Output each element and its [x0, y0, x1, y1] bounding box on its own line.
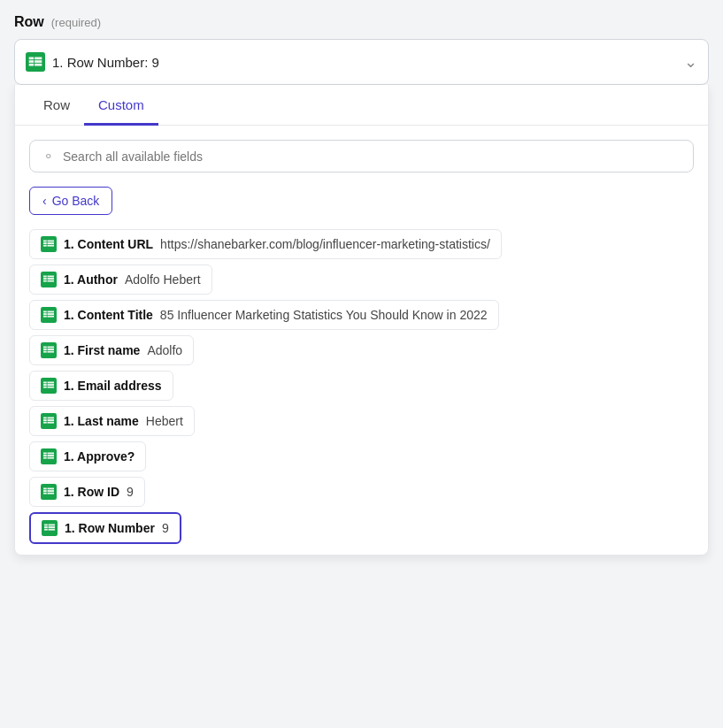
field-value: 85 Influencer Marketing Statistics You S… — [160, 308, 488, 322]
row-selector-left: 1. Row Number: 9 — [26, 52, 159, 72]
svg-rect-32 — [48, 347, 55, 349]
sheet-icon — [41, 272, 57, 287]
field-item-approve[interactable]: 1. Approve? — [29, 441, 146, 471]
svg-rect-39 — [48, 382, 55, 384]
svg-rect-20 — [48, 280, 55, 282]
svg-rect-25 — [48, 311, 55, 313]
sheet-icon — [41, 307, 57, 323]
svg-rect-52 — [43, 457, 47, 459]
svg-rect-58 — [43, 490, 47, 492]
fields-list: 1. Content URL https://shanebarker.com/b… — [15, 229, 708, 544]
row-selector[interactable]: 1. Row Number: 9 ⌄ — [14, 39, 709, 85]
field-label: 1. Last name — [64, 414, 139, 428]
svg-rect-46 — [48, 418, 55, 419]
svg-rect-66 — [44, 529, 48, 531]
field-item-content-url[interactable]: 1. Content URL https://shanebarker.com/b… — [29, 229, 502, 259]
go-back-button[interactable]: ‹ Go Back — [29, 187, 112, 215]
field-value: Adolfo Hebert — [125, 272, 201, 287]
svg-rect-5 — [35, 60, 42, 63]
field-value: 9 — [162, 521, 169, 535]
sheet-icon — [41, 342, 57, 358]
svg-rect-55 — [48, 457, 55, 459]
field-item-first-name[interactable]: 1. First name Adolfo — [29, 335, 194, 365]
svg-rect-33 — [48, 349, 55, 350]
svg-rect-30 — [43, 349, 47, 350]
svg-rect-67 — [49, 525, 56, 526]
svg-rect-24 — [43, 316, 47, 318]
field-label: 1. Author — [64, 272, 118, 287]
svg-rect-17 — [43, 280, 47, 282]
field-label: 1. Row Number — [65, 521, 155, 535]
svg-rect-3 — [29, 64, 35, 66]
svg-rect-1 — [29, 57, 35, 60]
svg-rect-12 — [48, 242, 55, 244]
field-value: 9 — [127, 485, 134, 499]
field-label: 1. First name — [64, 343, 140, 357]
field-label: 1. Approve? — [64, 449, 135, 464]
search-icon: ⚬ — [42, 148, 54, 165]
svg-rect-22 — [43, 311, 47, 313]
sheet-icon — [41, 413, 57, 429]
svg-rect-62 — [48, 493, 55, 494]
svg-rect-23 — [43, 313, 47, 315]
sheet-icon — [42, 520, 58, 536]
required-badge: (required) — [51, 16, 101, 29]
svg-rect-8 — [43, 241, 47, 242]
svg-rect-60 — [48, 488, 55, 490]
svg-rect-61 — [48, 490, 55, 492]
svg-rect-43 — [43, 418, 47, 419]
svg-rect-4 — [35, 57, 42, 60]
svg-rect-48 — [48, 422, 55, 424]
field-label: 1. Content URL — [64, 237, 153, 251]
svg-rect-65 — [44, 526, 48, 528]
svg-rect-18 — [48, 276, 55, 278]
tabs-row: Row Custom — [15, 85, 708, 126]
row-selector-text: 1. Row Number: 9 — [52, 55, 159, 70]
svg-rect-41 — [48, 387, 55, 388]
tab-row[interactable]: Row — [29, 85, 84, 126]
field-label: 1. Content Title — [64, 308, 153, 322]
field-item-content-title[interactable]: 1. Content Title 85 Influencer Marketing… — [29, 300, 499, 330]
svg-rect-11 — [48, 241, 55, 242]
svg-rect-13 — [48, 245, 55, 247]
field-value: Adolfo — [147, 343, 182, 357]
svg-rect-59 — [43, 493, 47, 494]
field-item-row-number[interactable]: 1. Row Number 9 — [29, 512, 181, 544]
svg-rect-2 — [29, 60, 35, 63]
svg-rect-45 — [43, 422, 47, 424]
field-item-row-id[interactable]: 1. Row ID 9 — [29, 477, 145, 507]
svg-rect-57 — [43, 488, 47, 490]
field-label: 1. Email address — [64, 379, 162, 393]
svg-rect-53 — [48, 453, 55, 455]
svg-rect-34 — [48, 351, 55, 353]
sheet-icon — [41, 448, 57, 464]
search-input[interactable] — [63, 149, 681, 164]
row-label-area: Row (required) — [14, 14, 709, 30]
sheet-icon — [41, 378, 57, 394]
field-item-email[interactable]: 1. Email address — [29, 371, 173, 401]
svg-rect-40 — [48, 384, 55, 386]
svg-rect-10 — [43, 245, 47, 247]
sheet-icon — [41, 484, 57, 500]
svg-rect-68 — [49, 526, 56, 528]
field-label: 1. Row ID — [64, 485, 119, 499]
chevron-left-icon: ‹ — [42, 194, 47, 208]
svg-rect-15 — [43, 276, 47, 278]
svg-rect-6 — [35, 64, 42, 66]
sheet-icon — [41, 236, 57, 252]
svg-rect-9 — [43, 242, 47, 244]
field-item-author[interactable]: 1. Author Adolfo Hebert — [29, 264, 212, 295]
svg-rect-47 — [48, 419, 55, 421]
svg-rect-31 — [43, 351, 47, 353]
row-label: Row — [14, 14, 44, 30]
chevron-updown-icon[interactable]: ⌄ — [684, 54, 697, 70]
svg-rect-64 — [44, 525, 48, 526]
search-area: ⚬ — [15, 140, 708, 183]
svg-rect-54 — [48, 455, 55, 456]
svg-rect-27 — [48, 316, 55, 318]
tab-custom[interactable]: Custom — [84, 85, 158, 126]
field-item-last-name[interactable]: 1. Last name Hebert — [29, 406, 195, 436]
svg-rect-37 — [43, 384, 47, 386]
svg-rect-50 — [43, 453, 47, 455]
svg-rect-44 — [43, 419, 47, 421]
